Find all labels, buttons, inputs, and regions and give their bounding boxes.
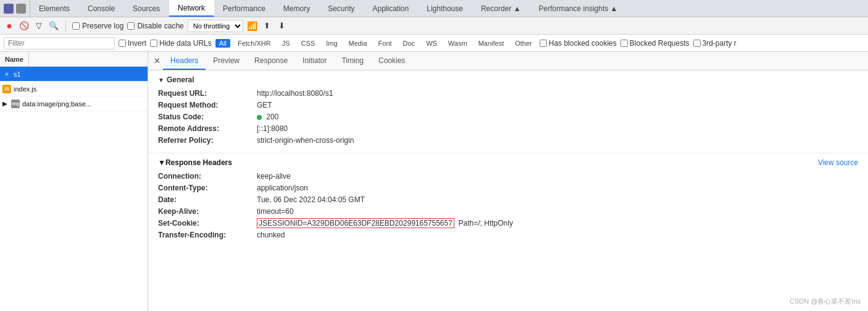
request-item-data-image[interactable]: ▶ img data:image/png;base... xyxy=(0,96,148,111)
upload-icon[interactable]: ⬆ xyxy=(262,20,273,32)
cookie-extra-value: Path=/; HttpOnly xyxy=(456,219,513,228)
field-status-code: Status Code: 200 xyxy=(158,113,858,121)
hide-data-urls-label: Hide data URLs xyxy=(159,39,212,48)
hide-data-urls-checkbox[interactable] xyxy=(150,40,157,47)
has-blocked-cookies-checkbox[interactable] xyxy=(540,40,547,47)
detail-tab-headers[interactable]: Headers xyxy=(163,52,206,70)
filter-input[interactable] xyxy=(4,37,115,49)
field-value-content-type: application/json xyxy=(257,184,308,192)
request-item-s1[interactable]: ≡ s1 xyxy=(0,67,148,82)
detail-tab-initiator[interactable]: Initiator xyxy=(295,52,334,70)
detail-tab-response[interactable]: Response xyxy=(247,52,295,70)
filter-type-img[interactable]: Img xyxy=(322,39,341,48)
throttle-select[interactable]: No throttling xyxy=(188,20,243,32)
hide-data-urls-checkbox-label[interactable]: Hide data URLs xyxy=(150,39,212,48)
tab-elements[interactable]: Elements xyxy=(30,0,79,17)
filter-type-fetch-xhr[interactable]: Fetch/XHR xyxy=(234,39,275,48)
detail-panel: ✕ Headers Preview Response Initiator Tim… xyxy=(148,52,868,311)
has-blocked-cookies-label[interactable]: Has blocked cookies xyxy=(540,39,617,48)
devtools-icon xyxy=(4,4,14,14)
field-label-request-method: Request Method: xyxy=(158,101,257,109)
tab-recorder[interactable]: Recorder ▲ xyxy=(472,0,530,17)
tab-bar: Elements Console Sources Network Perform… xyxy=(0,0,868,17)
field-request-method: Request Method: GET xyxy=(158,101,858,109)
preserve-log-label[interactable]: Preserve log xyxy=(72,22,123,30)
filter-type-wasm[interactable]: Wasm xyxy=(444,39,471,48)
tab-sources[interactable]: Sources xyxy=(124,0,169,17)
blocked-requests-checkbox[interactable] xyxy=(620,40,628,47)
filter-type-other[interactable]: Other xyxy=(511,39,536,48)
invert-checkbox[interactable] xyxy=(119,40,126,47)
filter-type-media[interactable]: Media xyxy=(345,39,371,48)
preserve-log-checkbox[interactable] xyxy=(72,22,80,30)
request-name-index-js: index.js xyxy=(14,85,36,93)
general-section-header[interactable]: ▼ General xyxy=(158,75,858,84)
filter-type-css[interactable]: CSS xyxy=(298,39,319,48)
response-headers-section: ▼ Response Headers View source Connectio… xyxy=(148,153,868,247)
third-party-label[interactable]: 3rd-party r xyxy=(693,39,737,48)
view-source-link[interactable]: View source xyxy=(818,158,858,167)
filter-type-doc[interactable]: Doc xyxy=(399,39,419,48)
field-label-status-code: Status Code: xyxy=(158,113,257,121)
field-value-transfer-encoding: chunked xyxy=(257,231,285,239)
wifi-icon[interactable]: 📶 xyxy=(247,20,258,32)
response-headers-title: Response Headers xyxy=(165,158,232,167)
field-label-referrer-policy: Referrer Policy: xyxy=(158,136,257,145)
name-column-header: Name xyxy=(0,52,29,66)
field-keep-alive: Keep-Alive: timeout=60 xyxy=(158,207,858,216)
general-section: ▼ General Request URL: http://localhost:… xyxy=(148,70,868,153)
blocked-requests-text: Blocked Requests xyxy=(630,39,690,48)
download-icon[interactable]: ⬇ xyxy=(277,20,288,32)
tab-network[interactable]: Network xyxy=(169,0,214,17)
tab-security[interactable]: Security xyxy=(319,0,364,17)
tab-lighthouse[interactable]: Lighthouse xyxy=(418,0,472,17)
filter-type-manifest[interactable]: Manifest xyxy=(475,39,508,48)
detail-tab-cookies[interactable]: Cookies xyxy=(371,52,412,70)
preserve-log-text: Preserve log xyxy=(82,22,123,30)
request-name-s1: s1 xyxy=(14,70,21,78)
field-value-request-url: http://localhost:8080/s1 xyxy=(257,89,333,98)
field-label-set-cookie: Set-Cookie: xyxy=(158,219,257,228)
response-headers-header[interactable]: ▼ Response Headers View source xyxy=(148,153,868,172)
status-code-number: 200 xyxy=(266,113,278,121)
filter-type-all[interactable]: All xyxy=(215,39,230,48)
disable-cache-text: Disable cache xyxy=(137,22,183,30)
toolbar-separator-1 xyxy=(65,20,66,32)
response-headers-fields: Connection: keep-alive Content-Type: app… xyxy=(148,172,868,247)
disable-cache-label[interactable]: Disable cache xyxy=(127,22,183,30)
record-button[interactable]: ● xyxy=(4,20,15,32)
field-label-connection: Connection: xyxy=(158,172,257,181)
main-area: Name ≡ s1 JS index.js ▶ img data:image/p… xyxy=(0,52,868,311)
search-button[interactable]: 🔍 xyxy=(48,20,59,32)
tab-console[interactable]: Console xyxy=(79,0,124,17)
tab-performance[interactable]: Performance xyxy=(214,0,275,17)
field-value-set-cookie: JSESSIONID=A329DBD06E63DF28EBD2029916575… xyxy=(257,219,513,228)
request-list: Name ≡ s1 JS index.js ▶ img data:image/p… xyxy=(0,52,148,311)
filter-icon[interactable]: ▽ xyxy=(33,20,44,32)
disable-cache-checkbox[interactable] xyxy=(127,22,135,30)
filter-type-ws[interactable]: WS xyxy=(422,39,441,48)
tab-memory[interactable]: Memory xyxy=(275,0,319,17)
tab-perf-insights[interactable]: Performance insights ▲ xyxy=(530,0,627,17)
field-value-request-method: GET xyxy=(257,101,272,109)
field-remote-address: Remote Address: [::1]:8080 xyxy=(158,124,858,133)
request-item-index-js[interactable]: JS index.js xyxy=(0,82,148,96)
cookie-highlight: JSESSIONID=A329DBD06E63DF28EBD2029916575… xyxy=(257,218,454,228)
stop-button[interactable]: 🚫 xyxy=(19,20,30,32)
devtools-icon2 xyxy=(16,4,26,14)
tab-application[interactable]: Application xyxy=(364,0,419,17)
field-label-request-url: Request URL: xyxy=(158,89,257,98)
filter-type-font[interactable]: Font xyxy=(375,39,396,48)
field-date: Date: Tue, 06 Dec 2022 04:04:05 GMT xyxy=(158,195,858,204)
cookie-extra-text: Path=/; HttpOnly xyxy=(459,219,513,228)
invert-label: Invert xyxy=(128,39,146,48)
invert-checkbox-label[interactable]: Invert xyxy=(119,39,146,48)
field-value-date: Tue, 06 Dec 2022 04:04:05 GMT xyxy=(257,195,365,204)
filter-type-js[interactable]: JS xyxy=(278,39,294,48)
third-party-checkbox[interactable] xyxy=(693,40,701,47)
detail-tab-timing[interactable]: Timing xyxy=(334,52,371,70)
field-label-content-type: Content-Type: xyxy=(158,184,257,192)
detail-tab-close-button[interactable]: ✕ xyxy=(151,55,163,67)
detail-tab-preview[interactable]: Preview xyxy=(206,52,247,70)
blocked-requests-label[interactable]: Blocked Requests xyxy=(620,39,690,48)
